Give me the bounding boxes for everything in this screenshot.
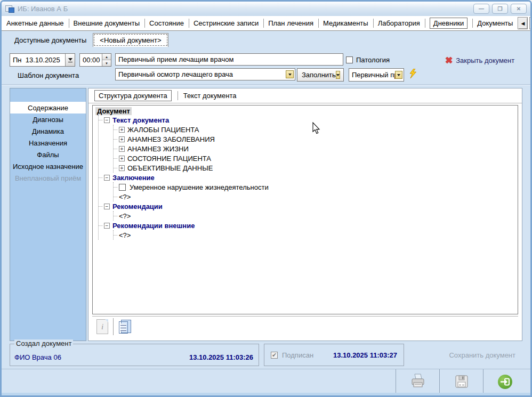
content-tab-label: Текст документа — [183, 92, 237, 100]
tree-placeholder-row[interactable]: <?> — [114, 211, 515, 221]
main-tab-treatment-plan[interactable]: План лечения — [263, 16, 318, 30]
date-dropdown-icon[interactable] — [65, 54, 75, 66]
tree-item-label: СОСТОЯНИЕ ПАЦИЕНТА — [127, 155, 211, 163]
template-dropdown-icon[interactable] — [286, 70, 294, 78]
sidebar-item-initial-prescription[interactable]: Исходное назначение — [10, 160, 86, 172]
tree-item-row[interactable]: +ЖАЛОБЫ ПАЦИЕНТА — [114, 125, 515, 134]
main-tab-label: Состояние — [149, 19, 184, 27]
expand-icon[interactable]: + — [119, 136, 125, 142]
signed-box: ✔ Подписан 13.10.2025 11:03:27 — [264, 344, 404, 366]
tree-placeholder-label: <?> — [119, 231, 131, 239]
tree-item-row[interactable]: +АНАМНЕЗ ЖИЗНИ — [114, 144, 515, 153]
type-combo[interactable]: Первичный пр — [349, 68, 404, 82]
created-timestamp: 13.10.2025 11:03:26 — [189, 353, 253, 361]
tree-section-row[interactable]: −Заключение — [99, 173, 515, 182]
collapse-icon[interactable]: − — [104, 204, 110, 209]
tree-section-row[interactable]: −Рекомендации — [99, 201, 515, 211]
collapse-icon[interactable]: − — [104, 223, 110, 229]
maximize-button[interactable]: ❐ — [492, 4, 508, 14]
template-value: Первичный осмотр лечащего врача — [118, 70, 233, 78]
tree-placeholder-row[interactable]: <?> — [114, 192, 515, 201]
fill-dropdown-icon[interactable] — [336, 71, 340, 79]
document-pages-icon[interactable] — [118, 319, 131, 334]
pathology-checkbox[interactable]: Патология — [346, 56, 390, 64]
content-tab-document-structure[interactable]: Структура документа — [88, 88, 178, 103]
main-tab-external-documents[interactable]: Внешние документы — [69, 16, 144, 30]
tree-connector — [114, 149, 117, 149]
doc-tab-new-document[interactable]: <Новый документ> — [93, 33, 168, 47]
tree-placeholder-label: <?> — [119, 212, 131, 220]
tree-section-children: Умеренное нарушение жизнедеятельности<?> — [113, 182, 515, 201]
tab-scroll-controls: ◀ ▶ — [518, 16, 532, 30]
expand-icon[interactable]: + — [119, 127, 125, 133]
tree-connector — [114, 197, 117, 197]
tab-scroll-left-icon[interactable]: ◀ — [518, 17, 528, 29]
tree-item-row[interactable]: +ОБЪЕКТИВНЫЕ ДАННЫЕ — [114, 163, 515, 173]
date-picker[interactable]: Пн 13.10.2025 — [10, 53, 75, 67]
exit-button[interactable] — [483, 369, 527, 394]
content-panel: Структура документаТекст документа Докум… — [88, 88, 522, 341]
time-value: 00:00 — [83, 56, 100, 64]
main-tab-documents[interactable]: Документы — [472, 16, 518, 30]
main-tab-medications[interactable]: Медикаменты — [318, 16, 373, 30]
main-tab-label: Анкетные данные — [6, 19, 64, 27]
template-label: Шаблон документа — [18, 71, 79, 79]
tree-root-node[interactable]: Документ — [95, 107, 132, 115]
main-tab-state[interactable]: Состояние — [144, 16, 189, 30]
main-tab-diaries[interactable]: Дневники — [425, 16, 473, 30]
close-button[interactable]: ✕ — [511, 4, 527, 14]
sidebar-item-dynamics[interactable]: Динамика — [10, 125, 86, 137]
tree-item-label: ЖАЛОБЫ ПАЦИЕНТА — [127, 126, 199, 134]
signed-timestamp: 13.10.2025 11:03:27 — [333, 351, 397, 359]
collapse-icon[interactable]: − — [104, 175, 110, 181]
tree-item-row[interactable]: +АНАМНЕЗ ЗАБОЛЕВАНИЯ — [114, 134, 515, 144]
main-tab-laboratory[interactable]: Лаборатория — [373, 16, 425, 30]
save-document-button[interactable]: Сохранить документ — [449, 351, 515, 359]
tree-item-row[interactable]: +СОСТОЯНИЕ ПАЦИЕНТА — [114, 153, 515, 163]
window-controls: —❐✕ — [473, 4, 527, 14]
fill-button[interactable]: Заполнить — [297, 68, 344, 82]
info-icon[interactable]: i — [96, 319, 108, 334]
tree-section-label: Текст документа — [112, 116, 169, 124]
close-document-x-icon: ✖ — [445, 56, 453, 65]
content-tab-document-text[interactable]: Текст документа — [178, 88, 243, 103]
save-button[interactable] — [439, 369, 483, 394]
main-tab-label: Дневники — [430, 18, 468, 29]
minimize-button[interactable]: — — [473, 4, 489, 14]
checkbox-icon[interactable] — [346, 56, 353, 63]
lightning-icon[interactable] — [408, 69, 417, 81]
tree-checkbox-row[interactable]: Умеренное нарушение жизнедеятельности — [114, 182, 515, 192]
main-tab-nursing-records[interactable]: Сестринские записи — [189, 16, 263, 30]
tree-section-row[interactable]: −Текст документа — [99, 115, 515, 125]
sidebar-item-contents[interactable]: Содержание — [10, 102, 86, 114]
print-button[interactable] — [396, 369, 439, 394]
tree-section-label: Рекомендации — [112, 202, 163, 210]
tree-section-row[interactable]: −Рекомендации внешние — [99, 221, 515, 230]
sidebar-item-diagnoses[interactable]: Диагнозы — [10, 114, 86, 125]
tree-connector — [114, 235, 117, 236]
document-title-input[interactable]: Первичный прием лечащим врачом — [115, 53, 343, 66]
expand-icon[interactable]: + — [119, 146, 125, 152]
tree-section-label: Рекомендации внешние — [112, 222, 195, 230]
created-groupbox: Создал документ ФИО Врача 06 13.10.2025 … — [10, 344, 259, 366]
doc-tab-available-documents[interactable]: Доступные документы — [8, 33, 93, 47]
tree-connector — [114, 216, 117, 216]
expand-icon[interactable]: + — [119, 165, 125, 171]
template-combo[interactable]: Первичный осмотр лечащего врача — [115, 68, 295, 80]
tab-scroll-right-icon[interactable]: ▶ — [529, 17, 532, 29]
sidebar-item-files[interactable]: Файлы — [10, 149, 86, 160]
time-spinner[interactable]: 00:00 ▲ ▼ — [79, 53, 111, 67]
collapse-icon[interactable]: − — [104, 117, 110, 123]
expand-icon[interactable]: + — [119, 156, 125, 161]
main-tab-personal-data[interactable]: Анкетные данные — [2, 16, 69, 30]
sidebar-item-prescriptions[interactable]: Назначения — [10, 137, 86, 149]
spin-up-icon[interactable]: ▲ — [102, 54, 111, 60]
main-tab-label: Сестринские записи — [194, 19, 259, 27]
print-icon — [409, 374, 426, 390]
close-document-button[interactable]: ✖ Закрыть документ — [445, 56, 514, 65]
tree-checkbox-icon[interactable] — [119, 184, 126, 191]
tree-placeholder-row[interactable]: <?> — [114, 230, 515, 240]
spin-down-icon[interactable]: ▼ — [102, 60, 111, 66]
toolbar-divider — [113, 318, 114, 335]
type-dropdown-icon[interactable] — [395, 71, 402, 79]
